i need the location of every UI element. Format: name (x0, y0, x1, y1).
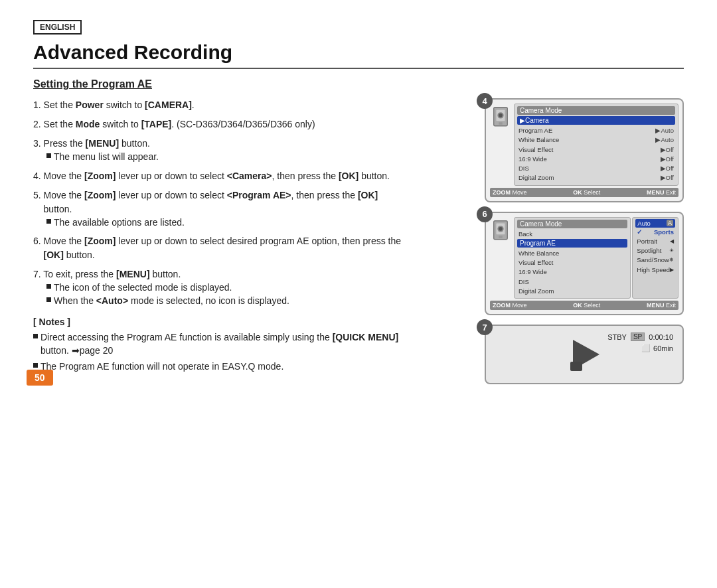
highspeed-icon: ▶ (670, 266, 674, 274)
step-7-bullet-1: The icon of the selected mode is display… (46, 281, 471, 295)
content-area: 1. Set the Power switch to [CAMERA]. 2. … (33, 98, 684, 384)
camera-icon-6 (490, 217, 511, 299)
menu-row-3: Visual Effect ▶Off (517, 145, 675, 155)
panel-7-step: 7 (477, 319, 493, 335)
step-5-text: 5. Move the [Zoom] lever up or down to s… (33, 190, 378, 214)
submenu-spotlight: Spotlight ☀ (635, 246, 675, 256)
footer-ok-4: OK Select (573, 189, 600, 196)
step-2: 2. Set the Mode switch to [TAPE]. (SC-D3… (33, 117, 471, 131)
tape-time: 60min (653, 344, 673, 352)
lang-badge: ENGLISH (33, 20, 684, 41)
title-divider (33, 68, 684, 69)
page-title: Advanced Recording (33, 41, 684, 64)
portrait-label: Portrait (637, 237, 657, 246)
step-4: 4. Move the [Zoom] lever up or down to s… (33, 169, 471, 183)
p6-row-2: Visual Effect (517, 258, 627, 267)
stby-label: STBY (607, 333, 627, 341)
page: ENGLISH Advanced Recording Setting the P… (0, 0, 717, 398)
menu-row-2: White Balance ▶Auto (517, 135, 675, 145)
step-7-text: 7. To exit, press the [MENU] button. (33, 269, 181, 279)
camera-svg-6 (491, 218, 510, 243)
panel-4-step: 4 (477, 93, 493, 109)
menu-row-1: Program AE ▶Auto (517, 126, 675, 135)
p6-row-3: 16:9 Wide (517, 267, 627, 277)
note-2-text: The Program AE function will not operate… (40, 360, 283, 374)
submenu-selected: Auto A (635, 219, 675, 228)
camera-icon-4 (490, 104, 511, 186)
step-5: 5. Move the [Zoom] lever up or down to s… (33, 188, 471, 230)
step-3-bullet: The menu list will appear. (46, 151, 471, 164)
menu-val-4: ▶Off (661, 155, 675, 164)
menu-label-2: White Balance (518, 135, 559, 145)
note-2: The Program AE function will not operate… (33, 360, 471, 374)
footer-zoom-6: ZOOM Move (493, 302, 527, 309)
step-7-bullet-2: When the <Auto> mode is selected, no ico… (46, 295, 471, 308)
panel-6-selected-label: Program AE (520, 240, 556, 247)
panel-6-back: Back (517, 230, 627, 239)
footer-ok-6: OK Select (573, 302, 600, 309)
submenu-highspeed: High Speed ▶ (635, 265, 675, 275)
svg-rect-9 (499, 236, 503, 238)
panel-6-menus: Camera Mode Back Program AE White Balanc… (514, 217, 678, 299)
menu-val-1: ▶Auto (655, 126, 674, 135)
p6-label-3: 16:9 Wide (518, 267, 547, 277)
bullet-icon-4 (46, 297, 51, 302)
panel-4: 4 Camera Mode (485, 98, 684, 202)
tape-row: ⬜ 60min (607, 344, 673, 352)
mode-badge: SP (631, 332, 645, 341)
submenu-badge: A (667, 220, 673, 226)
step-3: 3. Press the [MENU] button. The menu lis… (33, 137, 471, 164)
time-display: 0:00:10 (649, 333, 673, 341)
panel-6-submenu: Auto A ✓ Sports Portrait ◀ (632, 217, 678, 299)
submenu-portrait: Portrait ◀ (635, 237, 675, 246)
menu-val-2: ▶Auto (655, 135, 674, 145)
menu-row-4: 16:9 Wide ▶Off (517, 155, 675, 164)
menu-label-4: 16:9 Wide (518, 155, 547, 164)
highspeed-label: High Speed (637, 265, 670, 275)
menu-label-6: Digital Zoom (518, 173, 554, 183)
panel-6: 6 Camera Mode (485, 212, 684, 316)
spotlight-label: Spotlight (637, 246, 661, 256)
panel-4-footer: ZOOM Move OK Select MENU Exit (490, 188, 678, 197)
menu-val-5: ▶Off (661, 164, 675, 173)
step-4-text: 4. Move the [Zoom] lever up or down to s… (33, 171, 390, 181)
p6-label-2: Visual Effect (518, 258, 553, 267)
p6-label-1: White Balance (518, 249, 559, 258)
footer-menu-4: MENU Exit (647, 189, 676, 196)
p6-row-4: DIS (517, 277, 627, 287)
section-title: Setting the Program AE (33, 78, 684, 90)
tape-icon: ⬜ (641, 344, 651, 352)
step-1-text: 1. Set the Power switch to [CAMERA]. (33, 100, 195, 110)
step-6-text: 6. Move the [Zoom] lever up or down to s… (33, 236, 401, 260)
sports-check: ✓ (637, 228, 642, 237)
panel-4-body: Camera Mode ▶Camera Program AE ▶Auto Whi… (490, 104, 678, 186)
step-2-text: 2. Set the Mode switch to [TAPE]. (SC-D3… (33, 119, 315, 129)
notes-section: [ Notes ] Direct accessing the Program A… (33, 317, 471, 373)
svg-rect-11 (570, 362, 582, 371)
menu-row-6: Digital Zoom ▶Off (517, 173, 675, 183)
panel-6-title: Camera Mode (517, 220, 627, 228)
panel-4-menu: Camera Mode ▶Camera Program AE ▶Auto Whi… (514, 104, 678, 186)
sports-label: Sports (654, 228, 674, 237)
panels-column: 4 Camera Mode (485, 98, 684, 384)
p6-row-5: Digital Zoom (517, 287, 627, 296)
panel-7: 7 STBY SP 0:00:10 ⬜ 60m (485, 325, 684, 384)
step-5-bullet-text: The available options are listed. (54, 216, 185, 230)
menu-label-1: Program AE (518, 126, 552, 135)
notes-title: [ Notes ] (33, 317, 471, 327)
step-1: 1. Set the Power switch to [CAMERA]. (33, 98, 471, 112)
back-label: Back (518, 230, 532, 239)
menu-val-3: ▶Off (661, 145, 675, 155)
menu-label-5: DIS (518, 164, 529, 173)
note-1: Direct accessing the Program AE function… (33, 331, 471, 357)
sand-icon: ❄ (669, 256, 674, 264)
step-5-bullet: The available options are listed. (46, 216, 471, 230)
step-6: 6. Move the [Zoom] lever up or down to s… (33, 234, 471, 262)
panel-4-selected-label: ▶Camera (520, 117, 549, 124)
panel-6-selected: Program AE (517, 239, 627, 248)
note-bullet-1 (33, 334, 38, 338)
note-bullet-2 (33, 363, 38, 368)
sand-label: Sand/Snow (637, 256, 669, 265)
panel-4-selected: ▶Camera (517, 116, 675, 125)
p6-row-1: White Balance (517, 249, 627, 258)
